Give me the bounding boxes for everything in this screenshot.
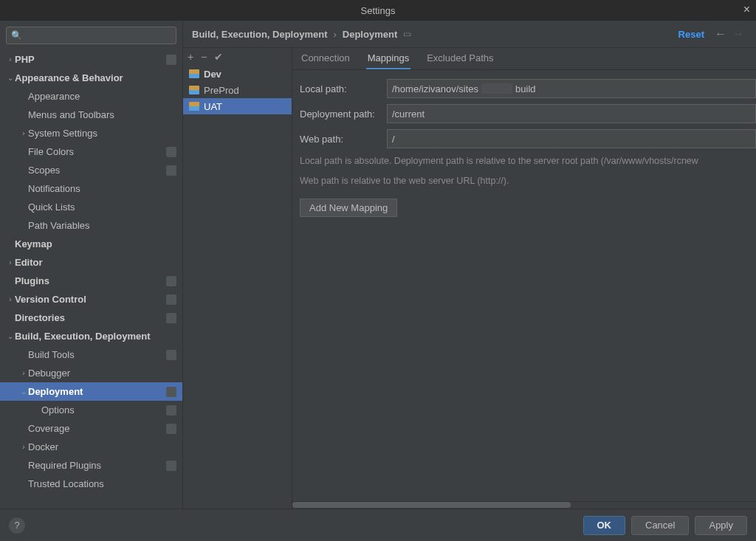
sidebar-item[interactable]: Options: [0, 401, 182, 419]
local-path-input[interactable]: /home/izivanov/sites build: [387, 79, 756, 98]
set-default-icon[interactable]: ✔: [214, 51, 223, 63]
redacted-segment: [481, 83, 512, 94]
web-path-row: Web path:: [300, 129, 756, 148]
cancel-button[interactable]: Cancel: [631, 516, 689, 535]
sidebar-item[interactable]: ›PHP: [0, 50, 182, 69]
sidebar-item[interactable]: Required Plugins: [0, 456, 182, 475]
scope-badge-icon: [166, 147, 176, 157]
add-mapping-button[interactable]: Add New Mapping: [300, 199, 397, 217]
breadcrumb-current: Deployment: [343, 29, 397, 40]
tab[interactable]: Mappings: [366, 48, 410, 69]
caret-icon: ›: [19, 443, 28, 451]
web-path-input[interactable]: [387, 129, 756, 148]
sidebar-item[interactable]: ⌄Deployment: [0, 382, 182, 401]
scope-badge-icon: [166, 313, 176, 323]
sidebar-item[interactable]: Directories: [0, 309, 182, 327]
sidebar-item[interactable]: Scopes: [0, 161, 182, 179]
scope-badge-icon: [166, 461, 176, 471]
breadcrumb-parent[interactable]: Build, Execution, Deployment: [192, 29, 327, 40]
add-server-icon[interactable]: +: [188, 51, 193, 63]
sidebar-item[interactable]: Quick Lists: [0, 198, 182, 216]
sidebar-item[interactable]: Trusted Locations: [0, 475, 182, 493]
deployment-path-row: Deployment path:: [300, 104, 756, 123]
server-item-label: PreProd: [204, 85, 239, 96]
tab[interactable]: Connection: [300, 48, 351, 69]
sidebar-item[interactable]: ›Version Control: [0, 290, 182, 309]
search-icon: 🔍: [11, 30, 22, 41]
search-box[interactable]: 🔍: [6, 27, 176, 44]
search-input[interactable]: [25, 30, 171, 41]
scope-icon: ▭: [403, 29, 411, 39]
ok-button[interactable]: OK: [583, 516, 626, 535]
sidebar-item[interactable]: Build Tools: [0, 345, 182, 364]
nav-back-icon[interactable]: ←: [715, 27, 726, 41]
sidebar-item[interactable]: ⌄Appearance & Behavior: [0, 69, 182, 87]
sidebar-item-label: Quick Lists: [28, 201, 176, 213]
sidebar-item-label: Scopes: [28, 165, 163, 176]
sidebar-item-label: System Settings: [28, 128, 176, 139]
remove-server-icon[interactable]: −: [201, 51, 207, 63]
titlebar: Settings ×: [0, 0, 756, 21]
caret-icon: ›: [19, 369, 28, 377]
sidebar-item-label: Keymap: [15, 238, 176, 249]
sidebar-item[interactable]: File Colors: [0, 142, 182, 161]
horizontal-scrollbar[interactable]: [292, 501, 756, 509]
mappings-form: Local path: /home/izivanov/sites build D…: [292, 70, 756, 226]
main-area: 🔍 ›PHP⌄Appearance & BehaviorAppearanceMe…: [0, 21, 756, 509]
scope-badge-icon: [166, 294, 176, 305]
sidebar-item-label: Menus and Toolbars: [28, 109, 176, 120]
nav-forward-icon[interactable]: →: [732, 27, 744, 41]
sidebar-item-label: Build, Execution, Deployment: [15, 331, 176, 342]
sidebar-item[interactable]: ›System Settings: [0, 124, 182, 142]
scope-badge-icon: [166, 424, 176, 434]
sidebar-item[interactable]: ›Debugger: [0, 364, 182, 382]
sidebar-item-label: Build Tools: [28, 349, 163, 360]
settings-tree[interactable]: ›PHP⌄Appearance & BehaviorAppearanceMenu…: [0, 50, 182, 509]
sidebar-item[interactable]: Notifications: [0, 179, 182, 198]
sidebar-item[interactable]: Plugins: [0, 272, 182, 290]
server-icon: [189, 86, 199, 94]
deployment-path-input[interactable]: [387, 104, 756, 123]
local-path-row: Local path: /home/izivanov/sites build: [300, 79, 756, 98]
reset-button[interactable]: Reset: [678, 29, 704, 40]
deployment-path-label: Deployment path:: [300, 108, 387, 120]
sidebar-item[interactable]: Path Variables: [0, 216, 182, 235]
sidebar-item-label: Editor: [15, 257, 176, 268]
sidebar-item-label: Required Plugins: [28, 460, 163, 471]
sidebar-item-label: Appearance & Behavior: [15, 72, 176, 83]
caret-icon: ›: [6, 258, 15, 266]
sidebar-item[interactable]: ⌄Build, Execution, Deployment: [0, 327, 182, 345]
sidebar-item-label: Trusted Locations: [28, 478, 176, 489]
server-item[interactable]: PreProd: [183, 82, 292, 98]
sidebar-item-label: Coverage: [28, 423, 163, 434]
sidebar-item[interactable]: Menus and Toolbars: [0, 106, 182, 124]
apply-button[interactable]: Apply: [695, 516, 747, 535]
server-list[interactable]: DevPreProdUAT: [183, 66, 292, 509]
server-item-label: Dev: [204, 69, 221, 80]
server-icon: [189, 69, 199, 78]
sidebar-item[interactable]: Appearance: [0, 87, 182, 106]
caret-icon: ⌄: [6, 74, 15, 82]
sidebar-item[interactable]: Keymap: [0, 235, 182, 253]
close-icon[interactable]: ×: [743, 3, 750, 16]
scope-badge-icon: [166, 405, 176, 416]
server-item[interactable]: UAT: [183, 98, 292, 114]
sidebar-item[interactable]: ›Docker: [0, 438, 182, 456]
sidebar-item[interactable]: Coverage: [0, 419, 182, 438]
tabs-row: ConnectionMappingsExcluded Paths: [292, 48, 756, 70]
scope-badge-icon: [166, 165, 176, 176]
sidebar-item-label: Notifications: [28, 183, 176, 194]
detail-column: ConnectionMappingsExcluded Paths Local p…: [292, 48, 756, 509]
server-item[interactable]: Dev: [183, 66, 292, 82]
caret-icon: ›: [6, 295, 15, 303]
caret-icon: ›: [6, 55, 15, 63]
tab[interactable]: Excluded Paths: [425, 48, 495, 69]
sidebar-item[interactable]: ›Editor: [0, 253, 182, 272]
servers-column: + − ✔ DevPreProdUAT: [183, 48, 292, 509]
server-item-label: UAT: [204, 101, 222, 112]
content-body: + − ✔ DevPreProdUAT ConnectionMappingsEx…: [183, 47, 756, 509]
help-button[interactable]: ?: [9, 517, 25, 534]
sidebar-item-label: Appearance: [28, 91, 176, 102]
caret-icon: ⌄: [6, 332, 15, 340]
sidebar-item-label: Docker: [28, 441, 176, 452]
